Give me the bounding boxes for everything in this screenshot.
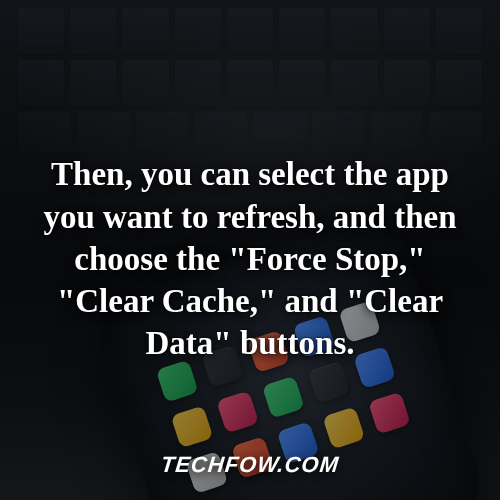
site-watermark: TECHFOW.COM <box>0 452 500 478</box>
content-overlay: Then, you can select the app you want to… <box>0 0 500 500</box>
quote-text: Then, you can select the app you want to… <box>28 153 472 364</box>
